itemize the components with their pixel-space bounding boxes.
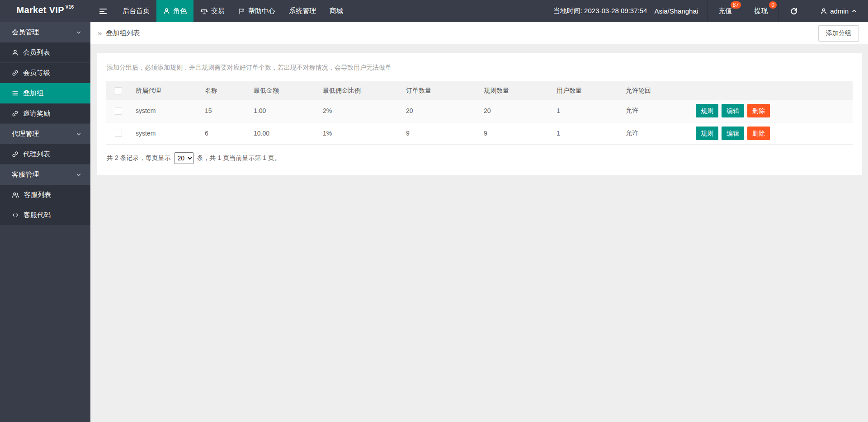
flag-icon	[238, 8, 245, 15]
nav-item-label: 交易	[211, 7, 225, 15]
nav-item-4[interactable]: 系统管理	[282, 0, 323, 22]
delete-button[interactable]: 删除	[747, 104, 770, 117]
refresh-button[interactable]	[778, 0, 809, 22]
cell: 10.00	[249, 122, 318, 144]
chevron-up-icon	[851, 8, 857, 14]
row-select-cell	[106, 122, 131, 144]
sidebar-item-6[interactable]: 代理列表	[0, 144, 90, 164]
main-menu: 后台首页角色交易帮助中心系统管理商城	[116, 0, 350, 22]
nav-item-label: 角色	[173, 7, 187, 15]
cell: 9	[479, 122, 552, 144]
sidebar-item-label: 代理列表	[23, 150, 50, 159]
nav-item-3[interactable]: 帮助中心	[231, 0, 282, 22]
nav-item-1[interactable]: 角色	[156, 0, 193, 22]
rules-button[interactable]: 规则	[696, 127, 718, 140]
local-time-block: 当地时间: 2023-03-28 09:37:54 Asia/Shanghai	[544, 0, 707, 22]
withdraw-label: 提现	[754, 7, 768, 15]
sidebar-item-label: 邀请奖励	[23, 109, 50, 118]
pagination: 共 2 条记录，每页显示 20 条，共 1 页当前显示第 1 页。	[107, 152, 853, 164]
page-size-select[interactable]: 20	[174, 152, 194, 164]
nav-item-label: 商城	[330, 7, 343, 15]
column-header: 订单数量	[401, 81, 479, 100]
withdraw-button[interactable]: 提现 0	[743, 0, 778, 22]
sidebar-item-5[interactable]: 代理管理	[0, 124, 90, 144]
select-all-checkbox[interactable]	[115, 87, 122, 94]
nav-item-0[interactable]: 后台首页	[116, 0, 156, 22]
sidebar-item-label: 客服代码	[24, 211, 51, 220]
user-menu[interactable]: admin	[809, 0, 868, 22]
row-checkbox[interactable]	[115, 130, 122, 137]
sidebar-nav: 会员管理会员列表会员等级叠加组邀请奖励代理管理代理列表客服管理客服列表客服代码	[0, 22, 90, 422]
sidebar-item-label: 会员等级	[23, 69, 50, 77]
list-icon	[12, 90, 19, 97]
sidebar-item-label: 客服管理	[12, 170, 39, 179]
cell: 允许	[621, 122, 687, 144]
pagination-suffix: 条，共 1 页当前显示第 1 页。	[197, 154, 281, 162]
cell: 1	[552, 122, 621, 144]
column-header: 允许轮回	[621, 81, 687, 100]
add-group-button[interactable]: 添加分组	[818, 25, 859, 42]
sidebar-item-9[interactable]: 客服代码	[0, 205, 90, 225]
sidebar-item-8[interactable]: 客服列表	[0, 185, 90, 205]
page-title: 叠加组列表	[106, 29, 140, 38]
row-actions: 规则编辑删除	[687, 122, 853, 144]
code-icon	[12, 212, 19, 218]
rules-button[interactable]: 规则	[696, 104, 718, 117]
nav-item-2[interactable]: 交易	[193, 0, 231, 22]
column-header: 规则数量	[479, 81, 552, 100]
hint-text: 添加分组后，必须添加规则，并且规则需要对应好订单个数，若出现不对称情况，会导致用…	[107, 64, 853, 72]
edit-button[interactable]: 编辑	[722, 104, 744, 117]
row-select-cell	[106, 100, 131, 122]
withdraw-badge: 0	[769, 1, 777, 9]
cell: 允许	[621, 100, 687, 122]
group-list-card: 添加分组后，必须添加规则，并且规则需要对应好订单个数，若出现不对称情况，会导致用…	[97, 53, 862, 175]
main-content: 添加分组后，必须添加规则，并且规则需要对应好订单个数，若出现不对称情况，会导致用…	[90, 44, 868, 175]
hamburger-icon	[99, 8, 107, 15]
column-header: 最低金额	[249, 81, 318, 100]
cell: 1%	[318, 122, 401, 144]
cell: system	[131, 122, 200, 144]
cell: 1.00	[249, 100, 318, 122]
breadcrumb: » 叠加组列表	[98, 29, 140, 38]
sidebar-item-2[interactable]: 会员等级	[0, 63, 90, 83]
nav-item-label: 系统管理	[289, 7, 316, 15]
navbar-right: 当地时间: 2023-03-28 09:37:54 Asia/Shanghai …	[544, 0, 868, 22]
sidebar-item-label: 会员列表	[23, 48, 50, 57]
chevron-down-icon	[76, 131, 81, 137]
select-all-cell	[106, 81, 131, 100]
sidebar-item-1[interactable]: 会员列表	[0, 42, 90, 63]
local-time-label: 当地时间: 2023-03-28 09:37:54	[553, 7, 647, 15]
table-row: system610.001%991允许规则编辑删除	[106, 122, 853, 144]
recharge-badge: 87	[731, 1, 741, 9]
sidebar-item-0[interactable]: 会员管理	[0, 22, 90, 42]
nav-item-label: 后台首页	[123, 7, 150, 15]
recharge-button[interactable]: 充值 87	[707, 0, 743, 22]
person-icon	[12, 49, 19, 56]
nav-item-5[interactable]: 商城	[323, 0, 350, 22]
column-header: 用户数量	[552, 81, 621, 100]
refresh-icon	[790, 7, 798, 15]
cell: 2%	[318, 100, 401, 122]
app-logo-version: V16	[66, 5, 74, 9]
sidebar-item-4[interactable]: 邀请奖励	[0, 103, 90, 124]
link-icon	[12, 110, 19, 117]
table-header-row: 所属代理名称最低金额最低佣金比例订单数量规则数量用户数量允许轮回	[106, 81, 853, 100]
delete-button[interactable]: 删除	[747, 127, 770, 140]
app-logo: Market VIP V16	[0, 0, 90, 22]
users-icon	[12, 192, 19, 198]
edit-button[interactable]: 编辑	[722, 127, 744, 140]
cell: 9	[401, 122, 479, 144]
breadcrumb-icon: »	[98, 29, 102, 37]
breadcrumb-bar: » 叠加组列表 添加分组	[90, 22, 868, 44]
sidebar-item-3[interactable]: 叠加组	[0, 83, 90, 103]
table-row: system151.002%20201允许规则编辑删除	[106, 100, 853, 122]
sidebar-collapse-button[interactable]	[90, 0, 116, 22]
row-checkbox[interactable]	[115, 108, 122, 115]
column-header-actions	[687, 81, 853, 100]
app-logo-text: Market VIP	[17, 5, 64, 15]
column-header: 名称	[200, 81, 249, 100]
sidebar-item-7[interactable]: 客服管理	[0, 164, 90, 185]
link-icon	[12, 151, 19, 158]
cell: 1	[552, 100, 621, 122]
recharge-label: 充值	[718, 7, 732, 15]
